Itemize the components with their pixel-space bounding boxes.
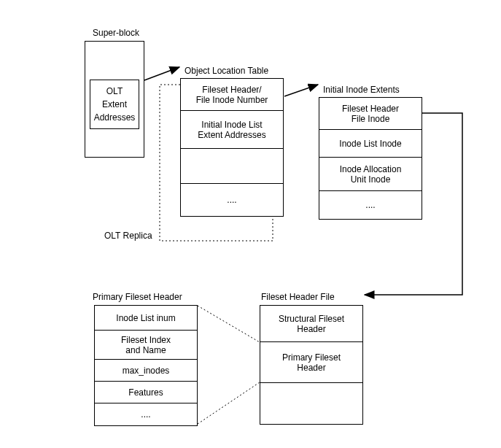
label-fileset-header-file: Fileset Header File [261, 292, 335, 302]
initial-inode-row-1: Inode List Inode [319, 130, 422, 158]
superblock-box: OLT Extent Addresses [85, 41, 144, 158]
dotted-map-top [198, 306, 260, 342]
primary-fileset-row-0-text: Inode List inum [116, 313, 175, 323]
primary-fileset-row-1-text: Fileset Index and Name [121, 335, 171, 355]
label-initial-inode-extents: Initial Inode Extents [323, 85, 400, 95]
olt-row-3: .... [181, 184, 283, 216]
olt-row-1: Initial Inode List Extent Addresses [181, 111, 283, 149]
olt-row-1-text: Initial Inode List Extent Addresses [198, 120, 265, 140]
fhf-row-1-text: Primary Fileset Header [282, 352, 341, 373]
primary-fileset-row-4: .... [95, 403, 197, 425]
fhf-row-1: Primary Fileset Header [260, 342, 362, 383]
fileset-header-file-box: Structural Fileset Header Primary Filese… [260, 305, 363, 425]
label-primary-fileset-header: Primary Fileset Header [93, 292, 182, 302]
fhf-row-2 [260, 383, 362, 424]
primary-fileset-row-1: Fileset Index and Name [95, 331, 197, 360]
olt-row-0-text: Fileset Header/ File Inode Number [196, 85, 268, 105]
initial-inode-row-1-text: Inode List Inode [339, 139, 401, 149]
primary-fileset-row-0: Inode List inum [95, 306, 197, 331]
label-superblock: Super-block [93, 28, 139, 38]
initial-inode-row-0-text: Fileset Header File Inode [342, 104, 399, 124]
initial-inode-row-2: Inode Allocation Unit Inode [319, 158, 422, 191]
olt-row-0: Fileset Header/ File Inode Number [181, 79, 283, 111]
initial-inode-box: Fileset Header File Inode Inode List Ino… [319, 97, 422, 220]
fhf-row-0-text: Structural Fileset Header [279, 314, 344, 334]
primary-fileset-row-2: max_inodes [95, 360, 197, 382]
primary-fileset-row-2-text: max_inodes [123, 366, 170, 376]
primary-fileset-box: Inode List inum Fileset Index and Name m… [94, 305, 198, 426]
initial-inode-row-2-text: Inode Allocation Unit Inode [340, 164, 402, 185]
superblock-olt-extent-addresses: OLT Extent Addresses [90, 80, 139, 129]
initial-inode-row-3-text: .... [365, 200, 375, 210]
arrow-olt-to-initial-inode [284, 85, 318, 96]
label-olt: Object Location Table [185, 66, 268, 76]
label-olt-replica: OLT Replica [104, 231, 152, 241]
arrow-superblock-to-olt [144, 67, 179, 80]
primary-fileset-row-3: Features [95, 382, 197, 403]
initial-inode-row-0: Fileset Header File Inode [319, 98, 422, 130]
primary-fileset-row-4-text: .... [141, 409, 150, 420]
superblock-inner-text: OLT Extent Addresses [94, 86, 136, 123]
olt-row-2 [181, 149, 283, 184]
olt-box: Fileset Header/ File Inode Number Initia… [180, 78, 284, 217]
primary-fileset-row-3-text: Features [128, 387, 163, 398]
dotted-map-bottom [198, 382, 260, 424]
olt-row-3-text: .... [227, 195, 236, 205]
fhf-row-0: Structural Fileset Header [260, 306, 362, 342]
initial-inode-row-3: .... [319, 191, 422, 219]
